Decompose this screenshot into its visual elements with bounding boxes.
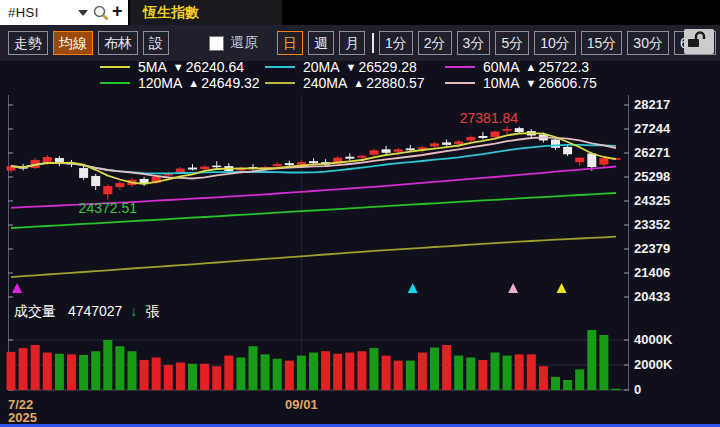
volume-bar <box>7 352 16 390</box>
price-tick-label: 25298 <box>634 169 714 184</box>
volume-bar <box>31 345 40 390</box>
volume-bar <box>551 377 560 390</box>
candle <box>79 166 88 180</box>
volume-bar <box>382 356 391 390</box>
candle <box>563 145 572 156</box>
volume-bar <box>128 351 137 390</box>
candle <box>575 157 584 166</box>
volume-bar <box>333 354 342 390</box>
candle <box>91 174 100 190</box>
candle <box>370 149 379 157</box>
volume-bar <box>152 358 161 391</box>
volume-bar <box>357 351 366 390</box>
candle <box>503 126 512 134</box>
high-price-label: 27381.84 <box>444 110 534 126</box>
stock-chart-app: #HSI + 恆生指數 走勢均線布林設 還原 日週月 1分2分3分5分10分15… <box>0 0 720 427</box>
signal-triangle-icon <box>408 283 418 293</box>
ma-line-240ma <box>11 237 616 278</box>
volume-bar <box>309 353 318 391</box>
volume-bar <box>454 356 463 390</box>
volume-bar <box>575 369 584 390</box>
volume-bar <box>236 358 245 391</box>
candle <box>442 139 451 146</box>
volume-bar <box>200 364 209 390</box>
candle <box>115 181 124 190</box>
volume-bar <box>587 330 596 390</box>
signal-triangle-icon <box>557 283 567 293</box>
volume-unit: 張 <box>145 303 159 319</box>
volume-tick-label: 4000K <box>634 332 714 347</box>
volume-bar <box>164 365 173 390</box>
price-tick-label: 20433 <box>634 289 714 304</box>
volume-bar <box>321 351 330 390</box>
volume-bar <box>79 355 88 390</box>
signal-triangle-icon <box>508 283 518 293</box>
candle <box>103 184 112 200</box>
volume-bar <box>55 354 64 390</box>
volume-bar <box>43 353 52 391</box>
volume-bar <box>370 348 379 390</box>
volume-bar <box>406 361 415 390</box>
candle <box>212 161 221 168</box>
price-tick-label: 22379 <box>634 241 714 256</box>
volume-bar <box>442 345 451 390</box>
volume-bar <box>491 353 500 391</box>
volume-bar <box>612 389 621 390</box>
date-label: 09/01 <box>276 397 326 412</box>
volume-tick-label: 2000K <box>634 357 714 372</box>
volume-bar <box>285 361 294 390</box>
volume-bar <box>418 353 427 391</box>
volume-bar <box>297 356 306 390</box>
volume-bar <box>91 351 100 390</box>
price-tick-label: 27244 <box>634 121 714 136</box>
down-arrow-icon: ↓ <box>130 303 137 319</box>
volume-bar <box>539 366 548 390</box>
volume-bar <box>563 380 572 390</box>
volume-bar <box>19 348 28 390</box>
low-price-label: 24372.51 <box>63 200 153 216</box>
candle <box>345 153 354 160</box>
volume-bar <box>103 340 112 390</box>
price-tick-label: 26271 <box>634 145 714 160</box>
volume-tick-label: 0 <box>634 382 714 397</box>
candle <box>188 164 197 170</box>
volume-bar <box>273 359 282 390</box>
volume-bar <box>176 363 185 391</box>
volume-layer <box>7 330 621 390</box>
volume-bar <box>503 356 512 390</box>
volume-bar <box>515 354 524 390</box>
candle <box>249 164 258 170</box>
volume-bar <box>67 354 76 390</box>
candle <box>515 127 524 134</box>
price-tick-label: 21406 <box>634 265 714 280</box>
volume-bar <box>224 356 233 390</box>
volume-bar <box>478 360 487 390</box>
volume-bar <box>188 364 197 390</box>
volume-bar <box>261 354 270 390</box>
volume-header: 成交量 4747027 ↓ 張 <box>14 303 159 321</box>
volume-bar <box>140 360 149 390</box>
volume-bar <box>394 361 403 390</box>
signal-triangle-icon <box>12 283 22 293</box>
candle <box>382 146 391 155</box>
volume-bar <box>430 348 439 391</box>
candle <box>478 132 487 139</box>
volume-bar <box>345 353 354 391</box>
volume-bar <box>527 354 536 390</box>
candles-layer <box>7 126 621 200</box>
candle <box>551 137 560 149</box>
volume-bar <box>212 366 221 390</box>
candle <box>333 156 342 165</box>
volume-bar <box>599 335 608 390</box>
price-tick-label: 24325 <box>634 193 714 208</box>
volume-bar <box>115 346 124 390</box>
year-label: 2025 <box>8 410 37 425</box>
volume-label: 成交量 <box>14 303 56 319</box>
price-tick-label: 28217 <box>634 97 714 112</box>
volume-value: 4747027 <box>68 303 123 319</box>
volume-bar <box>466 358 475 391</box>
candle <box>55 156 64 166</box>
volume-bar <box>249 346 258 390</box>
price-tick-label: 23352 <box>634 217 714 232</box>
